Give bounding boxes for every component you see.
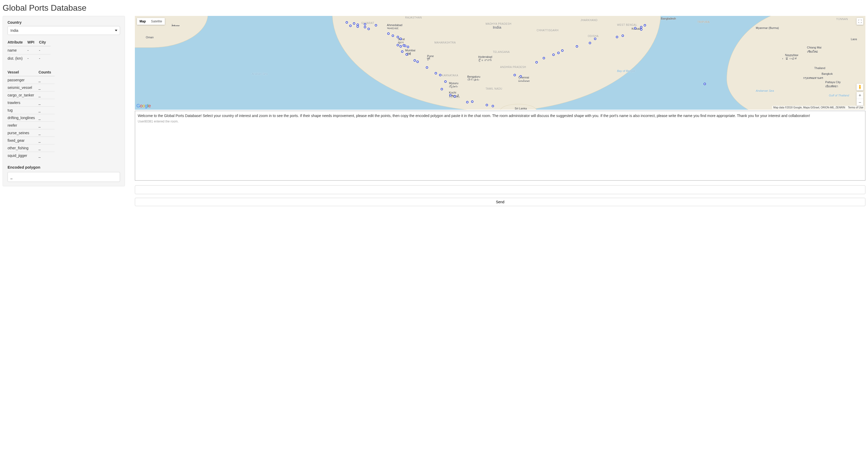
port-marker[interactable] xyxy=(413,59,416,62)
map-label: JHARKHAND xyxy=(581,19,598,22)
chat-input[interactable] xyxy=(135,185,865,194)
port-marker[interactable] xyxy=(535,61,538,64)
caret-down-icon xyxy=(115,30,117,31)
streetview-pegman[interactable] xyxy=(857,84,863,90)
port-marker[interactable] xyxy=(589,42,591,44)
vessel-header-vessel: Vessel xyxy=(7,68,38,76)
port-marker[interactable] xyxy=(349,25,351,27)
zoom-out-button[interactable]: − xyxy=(857,99,863,106)
fullscreen-button[interactable]: ⛶ xyxy=(857,18,863,25)
map-label: Thailand xyxy=(814,66,825,69)
port-marker[interactable] xyxy=(454,95,456,97)
port-marker[interactable] xyxy=(640,26,642,28)
table-row: tug_ xyxy=(7,107,55,114)
table-row: drifting_longlines_ xyxy=(7,114,55,122)
port-marker[interactable] xyxy=(345,21,348,24)
fullscreen-icon: ⛶ xyxy=(858,19,862,24)
map-label: กรุงเทพมหานคร xyxy=(803,76,823,80)
table-row: purse_seines_ xyxy=(7,129,55,137)
zoom-in-button[interactable]: + xyxy=(857,92,863,99)
map-label: TAMIL NADU xyxy=(486,87,502,90)
chat-system-msg: User80381 entered the room. xyxy=(138,119,863,124)
port-marker[interactable] xyxy=(356,26,359,28)
country-select[interactable]: India xyxy=(7,26,120,35)
port-marker[interactable] xyxy=(644,24,646,27)
map-label: சென்னை xyxy=(518,79,530,83)
port-marker[interactable] xyxy=(364,23,366,26)
port-marker[interactable] xyxy=(471,101,473,103)
port-marker[interactable] xyxy=(576,45,578,48)
country-select-value[interactable]: India xyxy=(7,26,120,35)
svg-point-0 xyxy=(859,85,861,86)
map-label: Ahmedabad xyxy=(387,24,402,27)
port-marker[interactable] xyxy=(616,36,618,38)
port-marker[interactable] xyxy=(435,72,437,74)
port-marker[interactable] xyxy=(704,83,706,85)
map-label: Mysuru xyxy=(449,82,459,85)
table-row: dist. (km) - - xyxy=(7,54,51,62)
send-button[interactable]: Send xyxy=(135,198,865,206)
port-marker[interactable] xyxy=(543,57,545,59)
page-title: Global Ports Database xyxy=(3,3,865,13)
port-marker[interactable] xyxy=(486,104,488,106)
port-marker[interactable] xyxy=(594,38,596,40)
port-marker[interactable] xyxy=(416,61,418,63)
port-marker[interactable] xyxy=(353,22,355,25)
map[interactable]: Map Satellite ⛶ + − IndiaOmanBangladeshM… xyxy=(135,16,865,110)
map-label: Gulf of Thailand xyxy=(829,94,849,97)
map-label: India xyxy=(493,25,501,29)
attr-header-city: City xyxy=(39,38,51,46)
terms-link[interactable]: Terms of Use xyxy=(848,106,863,109)
chat-log: Welcome to the Global Ports Database! Se… xyxy=(135,111,865,180)
port-marker[interactable] xyxy=(387,33,390,35)
map-label: Bangkok xyxy=(822,72,833,75)
map-label: સુરત xyxy=(398,41,404,44)
map-label: MADHYA PRADESH xyxy=(486,22,512,25)
map-label: နေပြည်တော် xyxy=(785,57,797,60)
port-marker[interactable] xyxy=(426,66,428,69)
table-row: cargo_or_tanker_ xyxy=(7,91,55,99)
table-row: fixed_gear_ xyxy=(7,137,55,144)
port-marker[interactable] xyxy=(367,28,370,30)
port-marker[interactable] xyxy=(492,105,494,107)
port-marker[interactable] xyxy=(364,26,366,28)
port-marker[interactable] xyxy=(640,28,642,31)
vessel-header-counts: Counts xyxy=(38,68,55,76)
port-marker[interactable] xyxy=(557,52,560,54)
map-label: TRIPURA xyxy=(698,21,710,24)
port-marker[interactable] xyxy=(622,34,624,37)
map-label: MAHARASHTRA xyxy=(434,41,456,44)
map-label: Chiang Mai xyxy=(807,46,822,49)
map-label: ಮೈಸೂರು xyxy=(449,85,458,88)
attr-header-attribute: Attribute xyxy=(7,38,27,46)
port-marker[interactable] xyxy=(400,38,402,40)
port-marker[interactable] xyxy=(519,75,522,78)
map-type-satellite[interactable]: Satellite xyxy=(148,18,165,25)
port-marker[interactable] xyxy=(404,45,406,47)
map-label: Hyderabad xyxy=(478,55,492,58)
map-label: CHHATTISGARH xyxy=(536,29,558,32)
port-marker[interactable] xyxy=(440,88,443,90)
attr-header-wpi: WPI xyxy=(27,38,39,46)
map-label: Myanmar (Burma) xyxy=(756,26,779,29)
port-marker[interactable] xyxy=(514,74,516,76)
sidebar: Country India Attribute WPI City name - xyxy=(3,16,125,186)
port-marker[interactable] xyxy=(552,54,555,56)
port-marker[interactable] xyxy=(407,46,409,48)
port-marker[interactable] xyxy=(401,50,403,53)
port-marker[interactable] xyxy=(375,24,377,27)
port-marker[interactable] xyxy=(405,53,408,56)
polygon-input[interactable] xyxy=(7,172,120,182)
port-marker[interactable] xyxy=(444,81,446,83)
map-type-map[interactable]: Map xyxy=(137,18,148,25)
port-marker[interactable] xyxy=(392,34,394,37)
port-marker[interactable] xyxy=(466,101,468,104)
port-marker[interactable] xyxy=(561,50,563,52)
google-logo: Google xyxy=(136,103,151,109)
port-marker[interactable] xyxy=(634,27,637,29)
port-marker[interactable] xyxy=(400,45,402,48)
port-marker[interactable] xyxy=(397,36,399,38)
port-marker[interactable] xyxy=(439,74,441,76)
port-marker[interactable] xyxy=(397,44,399,46)
port-marker[interactable] xyxy=(450,94,452,96)
